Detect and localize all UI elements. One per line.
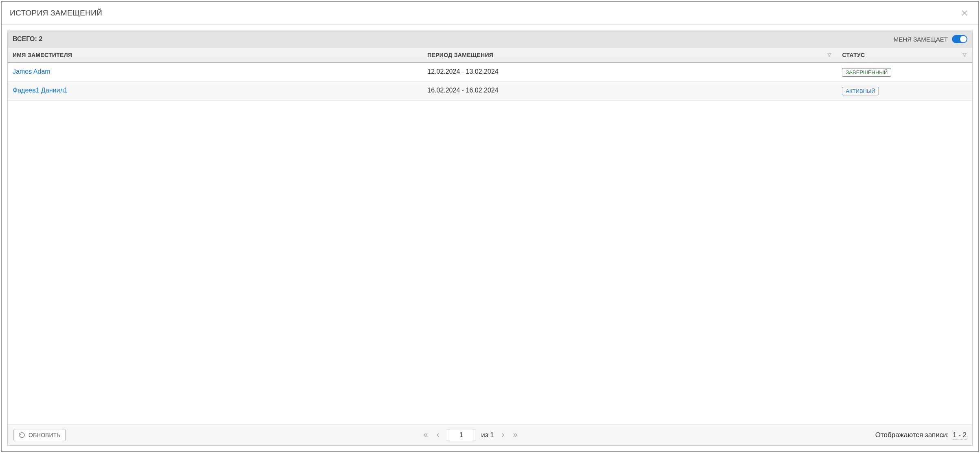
refresh-icon: [19, 432, 25, 438]
table-header-row: ИМЯ ЗАМЕСТИТЕЛЯ ПЕРИОД ЗАМЕЩЕНИЯ СТАТУС: [8, 47, 972, 63]
records-range: 1 - 2: [953, 431, 967, 440]
substitute-name-link[interactable]: James Adam: [13, 68, 50, 75]
page-last-button[interactable]: [512, 432, 519, 438]
records-label: Отображаются записи:: [875, 431, 949, 439]
page-first-button[interactable]: [422, 432, 429, 438]
page-prev-button[interactable]: [435, 432, 441, 438]
period-cell: 12.02.2024 - 13.02.2024: [422, 63, 837, 81]
table-body: James Adam 12.02.2024 - 13.02.2024 ЗАВЕР…: [8, 63, 972, 424]
substitution-history-dialog: ИСТОРИЯ ЗАМЕЩЕНИЙ ВСЕГО: 2 МЕНЯ ЗАМЕЩАЕТ…: [1, 1, 979, 452]
table-footer: ОБНОВИТЬ из 1: [8, 424, 972, 445]
chevron-double-right-icon: [512, 432, 519, 438]
column-header-status[interactable]: СТАТУС: [837, 48, 972, 62]
toggle-group: МЕНЯ ЗАМЕЩАЕТ: [894, 35, 967, 43]
column-header-period-label: ПЕРИОД ЗАМЕЩЕНИЯ: [427, 52, 493, 58]
table-row[interactable]: Фадеев1 Даниил1 16.02.2024 - 16.02.2024 …: [8, 82, 972, 101]
filter-icon[interactable]: [962, 52, 967, 58]
chevron-double-left-icon: [422, 432, 429, 438]
period-cell: 16.02.2024 - 16.02.2024: [422, 82, 837, 100]
dialog-content: ВСЕГО: 2 МЕНЯ ЗАМЕЩАЕТ ИМЯ ЗАМЕСТИТЕЛЯ П…: [2, 25, 978, 451]
column-header-status-label: СТАТУС: [842, 52, 865, 58]
status-badge: АКТИВНЫЙ: [842, 87, 879, 95]
table-toolbar: ВСЕГО: 2 МЕНЯ ЗАМЕЩАЕТ: [8, 31, 972, 47]
substitutes-me-toggle[interactable]: [952, 35, 967, 43]
toggle-label: МЕНЯ ЗАМЕЩАЕТ: [894, 36, 948, 43]
status-badge: ЗАВЕРШЁННЫЙ: [842, 68, 891, 77]
records-info: Отображаются записи: 1 - 2: [875, 431, 967, 439]
table-container: ВСЕГО: 2 МЕНЯ ЗАМЕЩАЕТ ИМЯ ЗАМЕСТИТЕЛЯ П…: [7, 31, 973, 446]
refresh-button[interactable]: ОБНОВИТЬ: [13, 429, 66, 441]
column-header-name-label: ИМЯ ЗАМЕСТИТЕЛЯ: [13, 52, 72, 58]
pager: из 1: [422, 429, 518, 441]
filter-icon[interactable]: [826, 52, 832, 58]
dialog-header: ИСТОРИЯ ЗАМЕЩЕНИЙ: [2, 2, 978, 25]
toggle-knob: [960, 36, 967, 42]
dialog-title: ИСТОРИЯ ЗАМЕЩЕНИЙ: [10, 9, 102, 18]
page-number-input[interactable]: [447, 429, 475, 441]
table-row[interactable]: James Adam 12.02.2024 - 13.02.2024 ЗАВЕР…: [8, 63, 972, 82]
close-icon: [960, 9, 969, 17]
substitute-name-link[interactable]: Фадеев1 Даниил1: [13, 87, 68, 94]
chevron-right-icon: [500, 432, 506, 438]
chevron-left-icon: [435, 432, 441, 438]
close-button[interactable]: [959, 7, 970, 19]
refresh-label: ОБНОВИТЬ: [29, 432, 60, 438]
total-count-label: ВСЕГО: 2: [13, 35, 42, 43]
column-header-period[interactable]: ПЕРИОД ЗАМЕЩЕНИЯ: [422, 48, 837, 62]
page-next-button[interactable]: [500, 432, 506, 438]
page-of-label: из 1: [481, 431, 494, 439]
column-header-name[interactable]: ИМЯ ЗАМЕСТИТЕЛЯ: [8, 48, 422, 62]
